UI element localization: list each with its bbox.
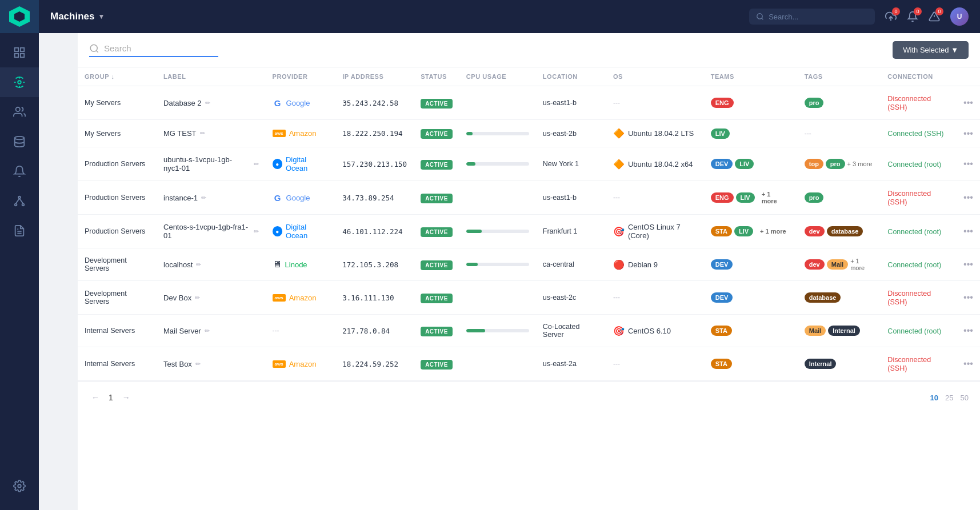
cell-group: Production Servers <box>78 181 157 215</box>
provider-aws-icon: aws <box>273 130 286 137</box>
edit-icon[interactable]: ✏ <box>196 261 201 268</box>
sidebar-item-machines[interactable] <box>0 67 39 97</box>
sidebar-item-db[interactable] <box>0 127 39 156</box>
cell-label: Dev Box ✏ <box>157 281 266 315</box>
col-location[interactable]: LOCATION <box>536 67 606 86</box>
col-os[interactable]: OS <box>606 67 704 86</box>
cell-provider: GGoogle <box>266 86 336 120</box>
provider-aws-icon: aws <box>273 294 286 302</box>
pagination: ← 1 → 10 25 50 <box>78 381 980 413</box>
more-options-button[interactable]: ••• <box>963 259 973 269</box>
cell-provider: ●Digital Ocean <box>266 215 336 248</box>
more-options-button[interactable]: ••• <box>963 326 973 335</box>
col-provider[interactable]: PROVIDER <box>266 67 336 86</box>
prev-page-button[interactable]: ← <box>89 391 102 404</box>
edit-icon[interactable]: ✏ <box>254 160 259 168</box>
more-options-button[interactable]: ••• <box>963 128 973 138</box>
col-tags[interactable]: TAGS <box>798 67 881 86</box>
cell-more[interactable]: ••• <box>957 147 980 181</box>
per-page-25[interactable]: 25 <box>945 393 953 402</box>
cell-os: --- <box>606 181 704 215</box>
status-badge: ACTIVE <box>421 194 453 203</box>
edit-icon[interactable]: ✏ <box>195 360 201 368</box>
col-status[interactable]: STATUS <box>414 67 459 86</box>
cell-teams: LIV <box>704 120 798 147</box>
cell-group: Production Servers <box>78 147 157 181</box>
col-ip[interactable]: IP ADDRESS <box>335 67 414 86</box>
cell-group: My Servers <box>78 120 157 147</box>
cell-more[interactable]: ••• <box>957 248 980 281</box>
cell-provider: --- <box>266 315 336 347</box>
sidebar-item-alerts[interactable] <box>0 156 39 186</box>
status-badge: ACTIVE <box>421 227 453 237</box>
notifications-button[interactable]: 0 <box>907 11 918 22</box>
cell-provider: 🖥Linode <box>266 248 336 281</box>
sidebar-item-dashboard[interactable] <box>0 38 39 67</box>
cell-ip: 18.222.250.194 <box>335 120 414 147</box>
cell-group: Development Servers <box>78 248 157 281</box>
logo[interactable] <box>0 0 39 33</box>
cell-more[interactable]: ••• <box>957 181 980 215</box>
topbar-search-input[interactable] <box>769 13 868 21</box>
col-group[interactable]: GROUP ↓ <box>78 67 157 86</box>
sidebar-item-users[interactable] <box>0 97 39 127</box>
os-name: --- <box>613 194 620 202</box>
sidebar-item-network[interactable] <box>0 186 39 216</box>
more-options-button[interactable]: ••• <box>963 292 973 302</box>
topbar-icons: 0 0 0 U <box>885 7 969 26</box>
more-options-button[interactable]: ••• <box>963 359 973 368</box>
cell-location: New York 1 <box>536 147 606 181</box>
edit-icon[interactable]: ✏ <box>205 327 210 335</box>
table-row: Development Servers Dev Box ✏ awsAmazon … <box>78 281 980 315</box>
page-nav: ← 1 → <box>89 391 133 404</box>
more-options-button[interactable]: ••• <box>963 159 973 168</box>
connection-text: Disconnected (SSH) <box>887 356 931 372</box>
more-options-button[interactable]: ••• <box>963 98 973 107</box>
toolbar-search-input[interactable] <box>104 43 218 53</box>
app-title-arrow: ▼ <box>98 13 105 21</box>
cell-more[interactable]: ••• <box>957 120 980 147</box>
sidebar-item-reports[interactable] <box>0 216 39 246</box>
team-badge: STA <box>711 359 732 369</box>
cell-teams: ENGLIV+ 1 more <box>704 181 798 215</box>
cell-label: MG TEST ✏ <box>157 120 266 147</box>
cell-connection: Disconnected (SSH) <box>881 86 957 120</box>
col-cpu[interactable]: CPU USAGE <box>459 67 536 86</box>
cell-more[interactable]: ••• <box>957 281 980 315</box>
per-page-50[interactable]: 50 <box>961 393 969 402</box>
label-text: MG TEST <box>163 129 197 138</box>
cell-more[interactable]: ••• <box>957 215 980 248</box>
col-teams[interactable]: TEAMS <box>704 67 798 86</box>
edit-icon[interactable]: ✏ <box>254 228 259 235</box>
more-options-button[interactable]: ••• <box>963 226 973 236</box>
more-options-button[interactable]: ••• <box>963 192 973 202</box>
cell-more[interactable]: ••• <box>957 86 980 120</box>
cpu-bar-container <box>466 132 529 135</box>
cell-tags: MailInternal <box>798 315 881 347</box>
edit-icon[interactable]: ✏ <box>205 99 210 107</box>
edit-icon[interactable]: ✏ <box>200 130 205 137</box>
with-selected-button[interactable]: With Selected ▼ <box>893 41 969 59</box>
per-page-10[interactable]: 10 <box>930 393 938 402</box>
app-title[interactable]: Machines ▼ <box>50 11 105 22</box>
edit-icon[interactable]: ✏ <box>195 294 200 302</box>
topbar-search-box[interactable] <box>749 9 875 25</box>
warnings-button[interactable]: 0 <box>929 11 940 22</box>
logo-shape <box>9 6 30 27</box>
col-label[interactable]: LABEL <box>157 67 266 86</box>
cell-tags: Internal <box>798 347 881 381</box>
cell-more[interactable]: ••• <box>957 347 980 381</box>
upload-button[interactable]: 0 <box>885 11 897 22</box>
cell-more[interactable]: ••• <box>957 315 980 347</box>
toolbar-search[interactable] <box>89 43 218 57</box>
avatar[interactable]: U <box>950 7 969 26</box>
col-connection[interactable]: CONNECTION <box>881 67 957 86</box>
sidebar-item-settings[interactable] <box>0 471 39 501</box>
edit-icon[interactable]: ✏ <box>201 194 206 202</box>
cell-label: Centos-s-1vcpu-1gb-fra1-01 ✏ <box>157 215 266 248</box>
cell-ip: 172.105.3.208 <box>335 248 414 281</box>
status-badge: ACTIVE <box>421 160 453 170</box>
next-page-button[interactable]: → <box>120 391 133 404</box>
cpu-bar-container <box>466 263 529 266</box>
team-badge: STA <box>711 326 732 336</box>
